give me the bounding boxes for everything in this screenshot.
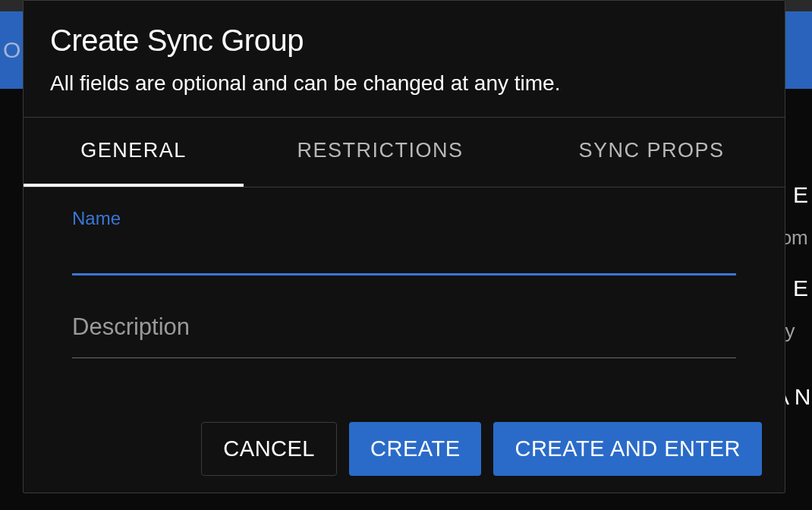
background-header-text: O: [3, 37, 20, 63]
tab-restrictions[interactable]: RESTRICTIONS: [244, 118, 517, 187]
tab-general[interactable]: GENERAL: [24, 118, 244, 187]
tab-sync-props[interactable]: SYNC PROPS: [517, 118, 786, 187]
name-underline: [72, 273, 736, 275]
name-label: Name: [72, 208, 736, 229]
name-input[interactable]: [72, 229, 736, 273]
modal-tabs: GENERAL RESTRICTIONS SYNC PROPS: [24, 118, 785, 187]
cancel-button[interactable]: CANCEL: [201, 422, 337, 476]
description-field-container: Description: [72, 313, 736, 358]
modal-footer: CANCEL CREATE CREATE AND ENTER: [24, 422, 785, 493]
modal-subtitle: All fields are optional and can be chang…: [50, 71, 758, 96]
modal-title: Create Sync Group: [50, 24, 758, 58]
create-sync-group-modal: Create Sync Group All fields are optiona…: [23, 0, 785, 493]
modal-body: Name Description: [24, 187, 785, 422]
name-field-container: Name: [72, 208, 736, 275]
create-button[interactable]: CREATE: [349, 422, 481, 476]
modal-header: Create Sync Group All fields are optiona…: [24, 1, 785, 118]
create-and-enter-button[interactable]: CREATE AND ENTER: [493, 422, 762, 476]
